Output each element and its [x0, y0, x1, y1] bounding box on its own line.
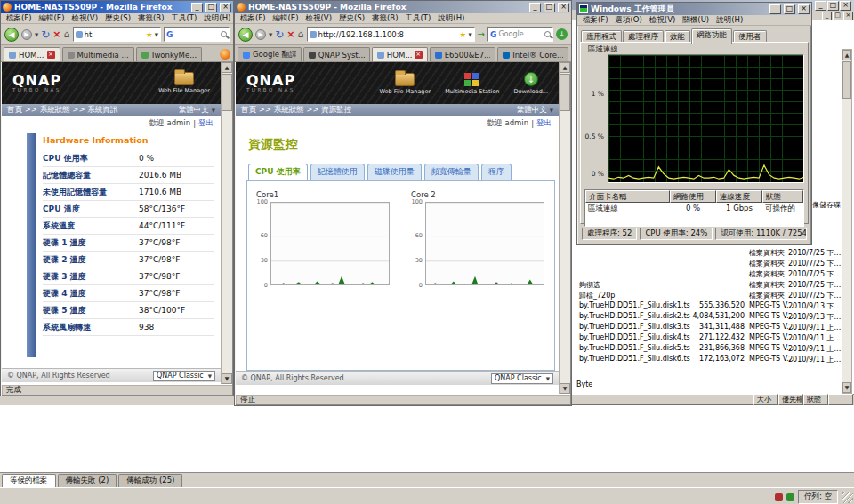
multimedia-station-shortcut[interactable]: Multimedia Station — [445, 73, 499, 95]
tab-close-icon[interactable]: × — [47, 51, 55, 59]
page-scrollbar[interactable]: ▲ ▼ — [559, 62, 570, 394]
tab-intel-core[interactable]: Intel® Core... — [497, 47, 568, 61]
scroll-up-icon[interactable]: ▲ — [842, 50, 851, 60]
maximize-button[interactable]: □ — [784, 4, 795, 14]
menu-help[interactable]: 說明(H) — [713, 15, 745, 26]
queue-column-status[interactable]: 狀態 — [803, 394, 828, 405]
tab-close-icon[interactable]: × — [415, 51, 423, 59]
menu-shutdown[interactable]: 關機(U) — [680, 15, 712, 26]
menu-file[interactable]: 檔案(F) — [4, 13, 35, 24]
menu-tools[interactable]: 工具(T) — [169, 13, 200, 24]
minimize-button[interactable]: _ — [815, 1, 826, 11]
tab-bandwidth-usage[interactable]: 頻寬傳輸量 — [424, 164, 479, 180]
maximize-button[interactable]: □ — [205, 3, 217, 12]
tab-qnap-system[interactable]: QNAP Syst... — [303, 47, 370, 61]
maximize-button[interactable]: □ — [827, 1, 839, 11]
close-button[interactable]: × — [798, 4, 810, 14]
tab-processes[interactable]: 程序 — [481, 164, 512, 180]
resize-grip[interactable] — [842, 492, 853, 503]
close-button[interactable]: × — [220, 3, 231, 12]
tab-cpu-usage[interactable]: CPU 使用率 — [248, 164, 308, 180]
go-button[interactable]: → — [478, 29, 485, 39]
search-icon[interactable] — [221, 31, 227, 37]
history-dropdown-icon[interactable]: ▼ — [35, 32, 38, 37]
scroll-up-icon[interactable]: ▲ — [222, 62, 232, 73]
tab-multimedia[interactable]: Multimedia ... — [62, 47, 134, 61]
minimize-button[interactable]: _ — [191, 3, 203, 12]
tab-home-nas[interactable]: HOM... × — [372, 47, 428, 61]
forward-button[interactable]: ▶ — [255, 29, 266, 40]
menu-tools[interactable]: 工具(T) — [403, 13, 434, 24]
menu-edit[interactable]: 編輯(E) — [270, 13, 302, 24]
breadcrumb[interactable]: 首頁 >> 系統狀態 >> 資源監控 — [241, 105, 351, 116]
scroll-up-icon[interactable]: ▲ — [560, 62, 570, 73]
back-button[interactable]: ◀ — [238, 28, 253, 42]
page-scrollbar[interactable]: ▲ ▼ — [221, 62, 232, 384]
queue-column-priority[interactable]: 優先權 — [778, 394, 803, 405]
column-network-utilization[interactable]: 網路使用 — [670, 190, 716, 203]
home-button[interactable]: ⌂ — [64, 29, 70, 39]
refresh-button[interactable]: ↻ — [275, 29, 284, 40]
language-select[interactable]: 繁體中文 ▼ — [517, 105, 553, 116]
scroll-thumb[interactable] — [560, 74, 570, 111]
scroll-thumb[interactable] — [842, 61, 851, 99]
download-station-shortcut[interactable]: ↓ Download... — [513, 72, 548, 95]
close-button[interactable]: × — [558, 3, 569, 12]
logout-link[interactable]: 登出 — [198, 118, 214, 129]
maximize-button[interactable]: □ — [833, 12, 842, 20]
web-file-manager-shortcut[interactable]: Web File Manager — [380, 73, 431, 95]
language-select[interactable]: 繁體中文 ▼ — [179, 105, 215, 116]
url-dropdown-icon[interactable]: ▼ — [155, 32, 158, 37]
menu-history[interactable]: 歷史(S) — [102, 13, 133, 24]
column-adapter-name[interactable]: 介面卡名稱 — [585, 190, 670, 203]
tab-home-nas[interactable]: HOM... × — [4, 47, 60, 61]
bookmark-star-icon[interactable]: ★ — [146, 30, 153, 39]
search-input[interactable]: G Google — [487, 27, 553, 42]
scroll-down-icon[interactable]: ▼ — [560, 383, 570, 394]
tab-networking[interactable]: 網路功能 — [691, 28, 732, 44]
home-button[interactable]: ⌂ — [298, 29, 304, 39]
breadcrumb[interactable]: 首頁 >> 系統狀態 >> 系統資訊 — [7, 105, 117, 116]
tab-failed-transfers[interactable]: 傳輸失敗 (2) — [58, 474, 117, 487]
theme-select[interactable]: QNAP Classic ▼ — [153, 371, 215, 381]
tab-successful-transfers[interactable]: 傳輸成功 (25) — [118, 474, 182, 487]
address-bar[interactable]: http://192.168.1.100:8 ★ ▼ — [307, 27, 475, 42]
column-state[interactable]: 狀態 — [762, 190, 803, 203]
web-file-manager-shortcut[interactable]: Web File Manager — [158, 72, 210, 94]
transfer-queue-list[interactable] — [0, 405, 854, 472]
stop-button[interactable]: × — [286, 29, 294, 39]
forward-button[interactable]: ▶ — [21, 29, 32, 40]
menu-help[interactable]: 說明(H) — [201, 13, 233, 24]
tab-queued-files[interactable]: 等候的檔案 — [2, 474, 56, 487]
menu-history[interactable]: 歷史(S) — [336, 13, 367, 24]
tab-twonkymedia[interactable]: TwonkyMe... — [136, 47, 203, 61]
search-input[interactable]: G — [164, 27, 230, 42]
table-row[interactable]: 區域連線 0 % 1 Gbps 可操作的 — [585, 203, 803, 214]
file-list-scrollbar[interactable]: ▲ ▼ — [842, 49, 852, 394]
minimize-button[interactable]: _ — [769, 4, 781, 14]
column-link-speed[interactable]: 連線速度 — [716, 190, 762, 203]
menu-bookmarks[interactable]: 書籤(B) — [369, 13, 400, 24]
menu-edit[interactable]: 編輯(E) — [36, 13, 68, 24]
queue-column-file[interactable] — [570, 394, 753, 405]
url-dropdown-icon[interactable]: ▼ — [468, 32, 471, 37]
menu-view[interactable]: 檢視(V) — [647, 15, 678, 26]
menu-view[interactable]: 檢視(V) — [69, 13, 101, 24]
history-dropdown-icon[interactable]: ▼ — [269, 32, 272, 37]
address-bar[interactable]: ht ★ ▼ — [73, 27, 162, 42]
tab-cpu-compare[interactable]: E6500&E7... — [430, 47, 496, 61]
queue-column-size[interactable]: 大小 — [753, 394, 778, 405]
tab-memory-usage[interactable]: 記憶體使用 — [310, 164, 365, 180]
scroll-thumb[interactable] — [222, 74, 232, 111]
scroll-down-icon[interactable]: ▼ — [842, 382, 851, 393]
logout-link[interactable]: 登出 — [536, 118, 552, 129]
menu-options[interactable]: 選項(O) — [613, 15, 645, 26]
close-button[interactable]: × — [840, 1, 851, 11]
download-manager-icon[interactable]: ↓ — [556, 28, 568, 40]
maximize-button[interactable]: □ — [544, 3, 555, 12]
menu-file[interactable]: 檔案(F) — [238, 13, 269, 24]
stop-button[interactable]: × — [52, 29, 60, 39]
close-button[interactable]: × — [843, 12, 853, 20]
theme-select[interactable]: QNAP Classic ▼ — [491, 373, 553, 384]
minimize-button[interactable]: _ — [529, 3, 541, 12]
